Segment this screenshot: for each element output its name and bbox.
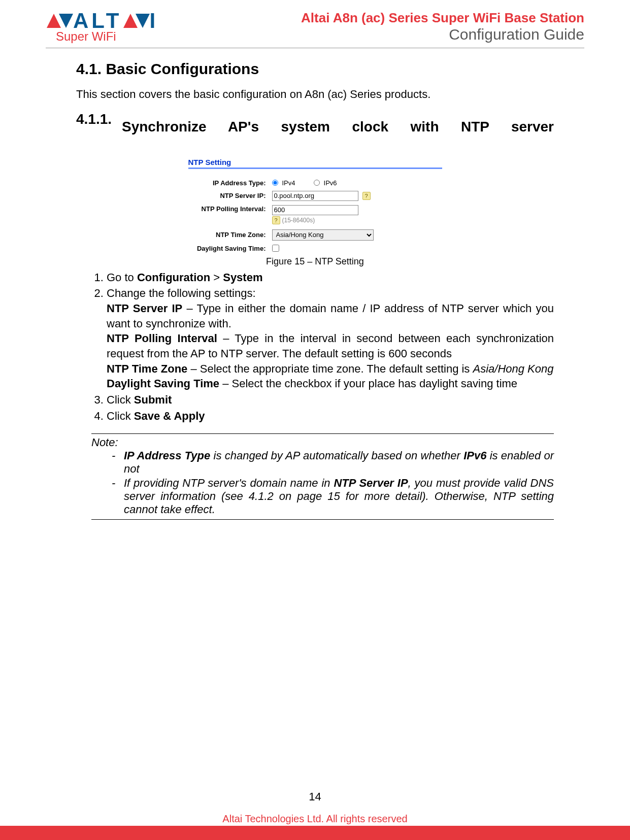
logo-subtitle: Super WiFi xyxy=(56,29,158,44)
step-3: Click Submit xyxy=(107,392,554,408)
footer-copyright: Altai Technologies Ltd. All rights reser… xyxy=(0,813,630,825)
doc-subtitle: Configuration Guide xyxy=(301,26,584,43)
instruction-list: Go to Configuration > System Change the … xyxy=(76,270,554,424)
step-4: Click Save & Apply xyxy=(107,409,554,424)
note-heading: Note: xyxy=(91,436,554,449)
footer-bar xyxy=(0,826,630,840)
header-right: Altai A8n (ac) Series Super WiFi Base St… xyxy=(301,10,584,43)
figure-caption: Figure 15 – NTP Setting xyxy=(76,256,554,267)
label-dst: Daylight Saving Time: xyxy=(188,245,272,252)
ntp-settings-figure: NTP Setting IP Address Type: IPv4 IPv6 N… xyxy=(188,158,442,252)
section-number: 4.1. xyxy=(76,60,102,77)
polling-hint: (15-86400s) xyxy=(282,217,315,224)
radio-ipv4-label: IPv4 xyxy=(282,179,295,187)
section-title: Basic Configurations xyxy=(106,60,259,77)
radio-ipv6[interactable] xyxy=(314,180,320,186)
page-header: ALT I Super WiFi Altai A8n (ac) Series S… xyxy=(46,10,584,48)
page-number: 14 xyxy=(0,790,630,803)
note-item-1: IP Address Type is changed by AP automat… xyxy=(112,449,554,476)
logo-text-2: I xyxy=(150,10,159,31)
select-timezone[interactable]: Asia/Hong Kong xyxy=(272,229,374,241)
note-block: Note: IP Address Type is changed by AP a… xyxy=(91,433,554,520)
brand-logo: ALT I Super WiFi xyxy=(46,10,158,44)
step-1: Go to Configuration > System xyxy=(107,270,554,285)
logo-triangle2-icon xyxy=(136,14,150,28)
figure-panel-title: NTP Setting xyxy=(188,158,442,169)
input-polling[interactable] xyxy=(272,205,358,215)
section-heading: 4.1. Basic Configurations xyxy=(76,60,554,78)
radio-ipv4[interactable] xyxy=(272,180,278,186)
info-icon: ? xyxy=(272,216,280,224)
note-item-2: If providing NTP server's domain name in… xyxy=(112,477,554,516)
info-icon: ? xyxy=(362,192,371,200)
input-server-ip[interactable] xyxy=(272,191,358,201)
step-2: Change the following settings: NTP Serve… xyxy=(107,286,554,391)
logo-triangle2-icon xyxy=(59,14,73,28)
logo-text-1: ALT xyxy=(73,10,122,31)
subsection-number: 4.1.1. xyxy=(76,111,122,143)
subsection-heading: 4.1.1. Synchronize AP's system clock wit… xyxy=(76,111,554,143)
radio-ipv6-label: IPv6 xyxy=(324,179,337,187)
label-timezone: NTP Time Zone: xyxy=(188,231,272,239)
label-ip-type: IP Address Type: xyxy=(188,179,272,187)
checkbox-dst[interactable] xyxy=(272,245,279,252)
doc-series-title: Altai A8n (ac) Series Super WiFi Base St… xyxy=(301,10,584,26)
label-server-ip: NTP Server IP: xyxy=(188,192,272,199)
label-polling: NTP Polling Interval: xyxy=(188,205,272,213)
subsection-title: Synchronize AP's system clock with NTP s… xyxy=(122,111,554,143)
section-intro: This section covers the basic configurat… xyxy=(76,88,554,101)
